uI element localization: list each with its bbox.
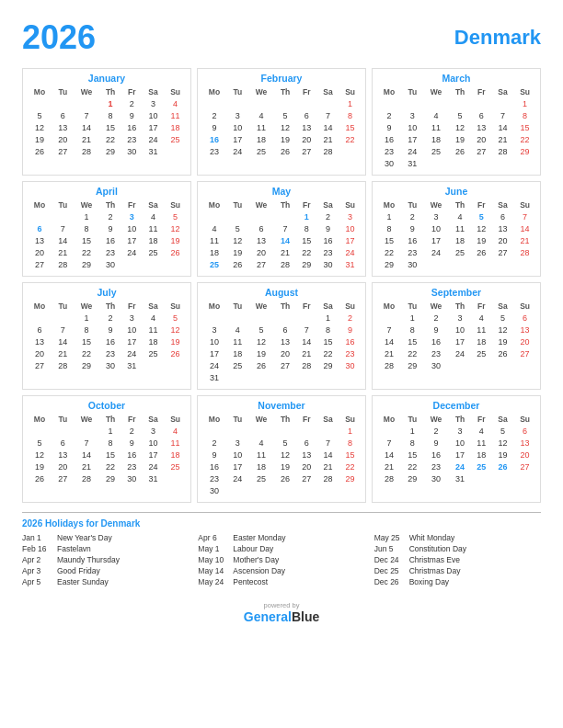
calendar-day xyxy=(121,258,143,270)
month-block-january: JanuaryMoTuWeThFrSaSu1234567891011121314… xyxy=(22,68,191,176)
day-header: Tu xyxy=(52,414,74,425)
calendar-day: 6 xyxy=(274,324,296,336)
calendar-day xyxy=(492,157,514,169)
calendar-day: 27 xyxy=(296,472,317,484)
calendar-day: 2 xyxy=(423,312,450,324)
calendar-day: 31 xyxy=(201,371,227,383)
calendar-day: 10 xyxy=(121,222,143,234)
calendar-day: 19 xyxy=(471,234,492,246)
calendar-day: 2 xyxy=(201,109,227,121)
calendar-day: 6 xyxy=(248,222,275,234)
calendar-day: 28 xyxy=(74,145,100,157)
day-header: Tu xyxy=(52,301,74,312)
holiday-name: Boxing Day xyxy=(409,577,449,586)
calendar-day: 21 xyxy=(376,461,402,472)
calendar-day: 5 xyxy=(492,312,514,324)
calendar-day: 7 xyxy=(317,109,339,121)
calendar-day: 11 xyxy=(143,222,165,234)
calendar-day: 29 xyxy=(402,472,423,484)
calendar-day: 16 xyxy=(423,449,450,461)
calendar-day: 13 xyxy=(513,324,536,336)
day-header: We xyxy=(423,199,450,210)
calendar-day: 23 xyxy=(423,461,450,472)
calendar-day xyxy=(317,97,339,109)
calendar-day: 9 xyxy=(339,324,362,336)
calendar-day: 23 xyxy=(317,246,339,258)
holiday-item: Jan 1New Year's Day xyxy=(22,533,189,542)
calendar-day: 17 xyxy=(449,336,471,347)
calendar-day: 14 xyxy=(274,234,296,246)
calendar-day: 3 xyxy=(449,312,471,324)
calendar-day: 9 xyxy=(121,437,143,449)
calendar-day: 1 xyxy=(513,97,536,109)
calendar-day: 27 xyxy=(52,145,74,157)
calendar-day: 21 xyxy=(74,133,100,145)
calendar-day: 13 xyxy=(274,336,296,347)
calendar-day xyxy=(201,425,227,437)
calendar-day: 1 xyxy=(99,425,121,437)
calendar-day xyxy=(227,425,248,437)
holiday-date: Apr 5 xyxy=(22,577,52,586)
day-header: Mo xyxy=(201,199,227,210)
calendar-day: 3 xyxy=(423,210,450,222)
calendar-day xyxy=(423,258,450,270)
calendar-day: 10 xyxy=(339,222,362,234)
holiday-date: May 1 xyxy=(198,544,227,553)
holiday-name: Easter Monday xyxy=(233,533,285,542)
calendar-day xyxy=(492,472,514,484)
calendar-day: 1 xyxy=(339,425,362,437)
calendar-day xyxy=(274,425,296,437)
calendar-day: 18 xyxy=(449,234,471,246)
calendar-day: 5 xyxy=(164,210,187,222)
holiday-column-col1: Jan 1New Year's DayFeb 16FastelavnApr 2M… xyxy=(22,533,189,588)
day-header: Su xyxy=(164,199,187,210)
calendar-day: 14 xyxy=(492,121,514,133)
calendar-day xyxy=(513,258,536,270)
calendar-day: 5 xyxy=(27,437,52,449)
month-block-october: OctoberMoTuWeThFrSaSu1234567891011121314… xyxy=(22,395,191,503)
day-header: Th xyxy=(99,414,121,425)
calendar-day: 15 xyxy=(99,121,121,133)
calendar-day: 16 xyxy=(99,234,121,246)
day-header: Mo xyxy=(27,86,52,97)
cal-table-august: MoTuWeThFrSaSu12345678910111213141516171… xyxy=(201,301,362,383)
holiday-item: Dec 25Christmas Day xyxy=(374,566,541,575)
calendar-day xyxy=(201,97,227,109)
calendar-day: 20 xyxy=(248,246,275,258)
cal-table-may: MoTuWeThFrSaSu12345678910111213141516171… xyxy=(201,199,362,270)
calendar-day: 12 xyxy=(248,336,275,347)
calendar-day: 5 xyxy=(274,109,296,121)
calendar-day: 24 xyxy=(449,461,471,472)
calendar-day: 30 xyxy=(423,472,450,484)
calendar-day: 7 xyxy=(74,109,100,121)
calendar-day xyxy=(164,472,187,484)
calendar-day: 23 xyxy=(423,347,450,359)
calendar-day: 12 xyxy=(471,222,492,234)
calendar-day: 11 xyxy=(248,121,275,133)
calendar-day xyxy=(274,312,296,324)
calendar-day: 21 xyxy=(492,133,514,145)
cal-table-january: MoTuWeThFrSaSu12345678910111213141516171… xyxy=(27,86,187,157)
calendar-day: 25 xyxy=(248,145,275,157)
day-header: Mo xyxy=(201,86,227,97)
calendar-day: 15 xyxy=(339,449,362,461)
calendar-day: 9 xyxy=(317,222,339,234)
calendar-day: 1 xyxy=(402,312,423,324)
calendar-day: 7 xyxy=(376,324,402,336)
calendar-day: 24 xyxy=(402,145,423,157)
calendar-day: 28 xyxy=(376,359,402,371)
calendar-day: 14 xyxy=(376,449,402,461)
holiday-column-col3: May 25Whit MondayJun 5Constitution DayDe… xyxy=(374,533,541,588)
calendar-day: 20 xyxy=(52,461,74,472)
month-title-october: October xyxy=(27,400,187,411)
holiday-name: Christmas Day xyxy=(409,566,461,575)
calendar-day: 27 xyxy=(274,359,296,371)
calendar-day: 21 xyxy=(317,133,339,145)
calendar-day: 26 xyxy=(274,145,296,157)
month-block-june: JuneMoTuWeThFrSaSu1234567891011121314151… xyxy=(372,181,541,277)
calendar-day: 21 xyxy=(274,246,296,258)
calendar-day: 20 xyxy=(27,246,52,258)
calendar-day: 25 xyxy=(164,461,187,472)
day-header: Mo xyxy=(201,301,227,312)
month-block-april: AprilMoTuWeThFrSaSu123456789101112131415… xyxy=(22,181,191,277)
